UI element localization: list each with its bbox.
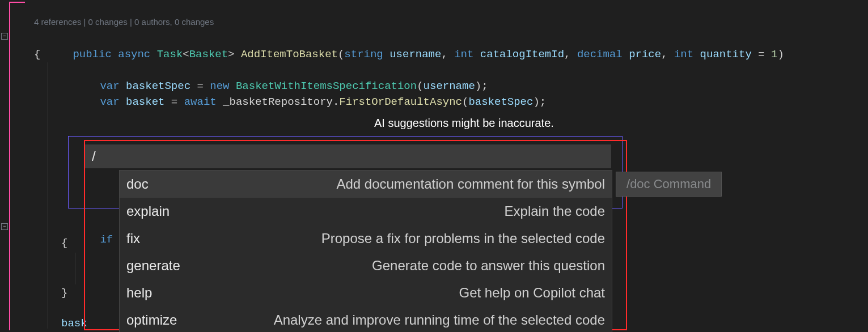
command-item-help[interactable]: help Get help on Copilot chat <box>120 279 612 307</box>
code-line-brace-close[interactable]: } <box>61 287 67 299</box>
fold-toggle-icon[interactable]: − <box>1 33 8 40</box>
code-editor[interactable]: − − 4 references | 0 changes | 0 authors… <box>0 0 868 332</box>
structure-guide-horizontal <box>9 2 25 3</box>
ai-warning-label: AI suggestions might be inaccurate. <box>374 117 554 130</box>
command-item-generate[interactable]: generate Generate code to answer this qu… <box>120 252 612 279</box>
fold-toggle-icon[interactable]: − <box>1 223 8 230</box>
command-item-fix[interactable]: fix Propose a fix for problems in the se… <box>120 225 612 252</box>
structure-guide-vertical <box>9 2 10 330</box>
code-line-brace[interactable]: { <box>61 237 67 249</box>
tooltip-text: doc Command <box>630 177 711 191</box>
indent-guide <box>75 253 75 284</box>
code-line-bask[interactable]: bask <box>61 317 87 330</box>
command-item-doc[interactable]: doc Add documentation comment for this s… <box>120 171 612 198</box>
copilot-command-list[interactable]: doc Add documentation comment for this s… <box>119 170 612 332</box>
codelens-info[interactable]: 4 references | 0 changes | 0 authors, 0 … <box>34 17 214 27</box>
command-item-explain[interactable]: explain Explain the code <box>120 198 612 225</box>
command-item-optimize[interactable]: optimize Analyze and improve running tim… <box>120 307 612 332</box>
indent-guide <box>48 62 48 329</box>
command-tooltip: /doc Command <box>616 172 722 197</box>
code-line-brace-open[interactable]: { <box>34 46 40 62</box>
